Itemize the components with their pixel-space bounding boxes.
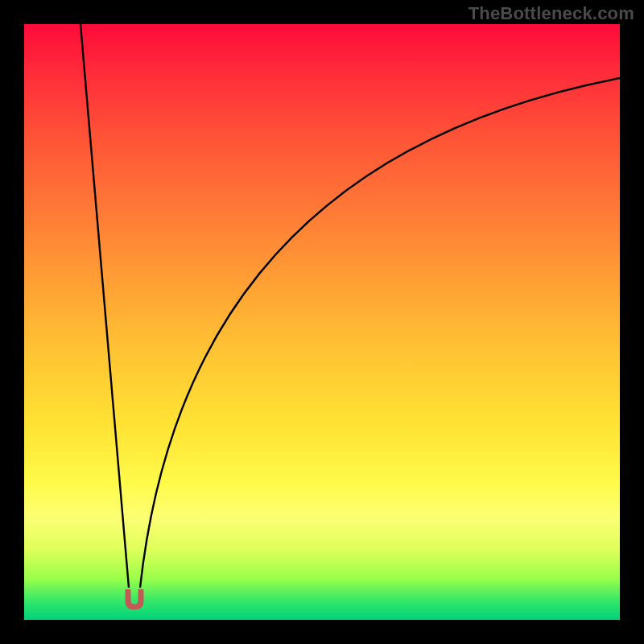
watermark-text: TheBottleneck.com <box>469 3 634 24</box>
curve-right-branch <box>140 78 620 588</box>
plot-area <box>24 24 620 620</box>
chart-frame: TheBottleneck.com <box>0 0 644 644</box>
curve-left-branch <box>80 24 129 588</box>
bottleneck-curve <box>24 24 620 620</box>
